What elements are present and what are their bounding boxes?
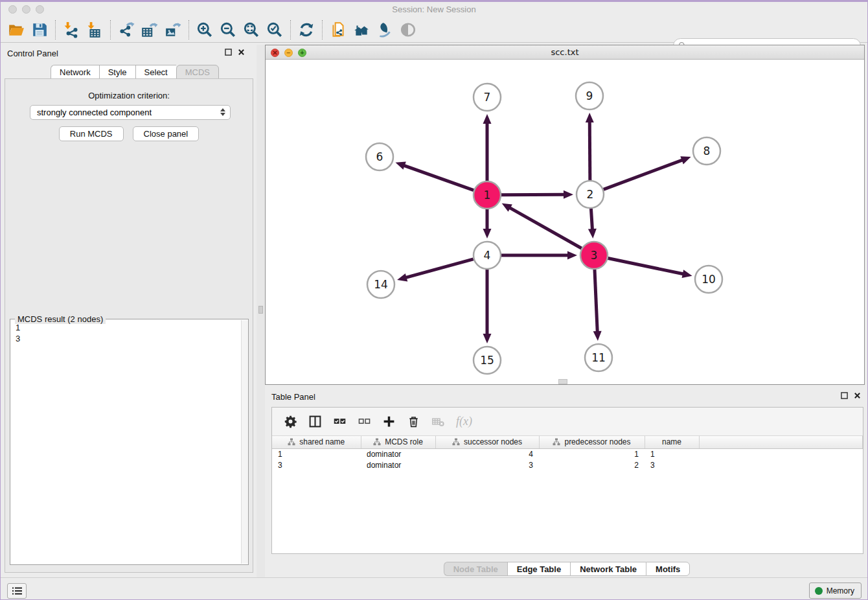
edge-4-14[interactable]: [405, 259, 474, 278]
task-list-icon: [12, 586, 23, 595]
table-cell[interactable]: 1: [539, 448, 645, 459]
table-row[interactable]: 1dominator411: [272, 448, 863, 459]
tab-style[interactable]: Style: [99, 65, 135, 79]
column-header-predecessor-nodes[interactable]: predecessor nodes: [539, 436, 645, 448]
graph-node-label: 11: [591, 351, 606, 364]
table-row[interactable]: 3dominator323: [272, 459, 863, 470]
graph-node-label: 9: [586, 89, 593, 102]
clone-network-icon[interactable]: [326, 19, 350, 40]
export-image-icon[interactable]: [161, 19, 185, 40]
zoom-in-icon[interactable]: [193, 19, 216, 40]
table-cell[interactable]: 4: [435, 448, 539, 459]
close-panel-icon[interactable]: [238, 49, 245, 56]
close-panel-button[interactable]: Close panel: [133, 126, 200, 141]
tab-motifs[interactable]: Motifs: [646, 562, 690, 576]
show-hide-icon[interactable]: [396, 19, 420, 40]
horizontal-splitter-grip-icon[interactable]: [558, 379, 567, 384]
column-header-name[interactable]: name: [645, 436, 699, 448]
edge-3-1[interactable]: [509, 207, 582, 248]
network-window-titlebar[interactable]: ✕ − + scc.txt: [266, 45, 864, 60]
mcds-panel: Optimization criterion: strongly connect…: [5, 78, 253, 573]
apply-style-icon[interactable]: [373, 19, 396, 40]
table-cell[interactable]: 3: [272, 459, 361, 470]
edge-3-10[interactable]: [608, 259, 684, 275]
zoom-selected-icon[interactable]: [263, 19, 286, 40]
function-builder-icon: f(x): [456, 415, 472, 428]
run-mcds-button[interactable]: Run MCDS: [59, 126, 124, 141]
add-column-icon[interactable]: [382, 415, 396, 428]
status-bar: Memory: [1, 577, 867, 600]
select-all-columns-icon[interactable]: [333, 415, 347, 428]
first-neighbors-icon[interactable]: [350, 19, 373, 40]
toolbar-separator: [322, 20, 323, 40]
export-table-icon[interactable]: [138, 19, 161, 40]
edge-arrowhead: [593, 331, 602, 341]
tab-network-table[interactable]: Network Table: [570, 562, 646, 576]
open-file-icon[interactable]: [5, 19, 28, 40]
memory-button[interactable]: Memory: [809, 583, 862, 599]
zoom-fit-icon[interactable]: [240, 19, 263, 40]
zoom-out-icon[interactable]: [216, 19, 240, 40]
network-canvas[interactable]: 1234678910111415: [266, 60, 864, 384]
splitter-grip-icon[interactable]: [258, 306, 263, 314]
optimization-criterion-label: Optimization criterion:: [5, 91, 253, 100]
close-table-panel-icon[interactable]: [854, 392, 861, 399]
export-network-icon[interactable]: [115, 19, 138, 40]
result-scrollbar[interactable]: [241, 320, 248, 564]
edge-arrowhead: [483, 229, 492, 238]
column-header-successor-nodes[interactable]: successor nodes: [435, 436, 539, 448]
network-window-title: scc.txt: [266, 47, 864, 57]
edge-2-8[interactable]: [604, 160, 683, 190]
tab-network[interactable]: Network: [51, 65, 99, 79]
tab-edge-table[interactable]: Edge Table: [507, 562, 570, 576]
vertical-splitter[interactable]: [257, 45, 265, 577]
edge-1-2[interactable]: [501, 194, 565, 195]
table-panel-title: Table Panel: [271, 392, 315, 402]
criterion-dropdown[interactable]: strongly connected component: [30, 105, 231, 120]
table-cell-filler: [699, 459, 863, 470]
edge-arrowhead: [483, 334, 492, 343]
edge-arrowhead: [397, 273, 407, 282]
table-cell-filler: [699, 448, 863, 459]
edge-2-9[interactable]: [589, 121, 590, 180]
network-graph[interactable]: 1234678910111415: [266, 60, 864, 384]
table-cell[interactable]: 1: [645, 448, 699, 459]
status-dialog-button[interactable]: [7, 583, 27, 599]
import-table-icon[interactable]: [83, 19, 106, 40]
tab-select[interactable]: Select: [135, 65, 176, 79]
float-table-panel-icon[interactable]: [841, 392, 848, 399]
delete-columns-icon[interactable]: [407, 415, 420, 428]
mcds-result-line: 3: [16, 333, 240, 344]
table-options-gear-icon[interactable]: [284, 415, 297, 428]
edge-arrowhead: [680, 156, 691, 164]
network-window: ✕ − + scc.txt 1234678910111415: [265, 45, 865, 385]
table-panel-header: Table Panel: [265, 388, 868, 405]
edge-3-11[interactable]: [595, 270, 597, 332]
toolbar-separator: [55, 20, 56, 40]
control-panel-header: Control Panel: [1, 45, 257, 62]
deselect-all-columns-icon[interactable]: [358, 415, 371, 428]
mcds-result-box: MCDS result (2 nodes) 13: [10, 319, 249, 565]
table-cell[interactable]: 2: [539, 459, 645, 470]
tab-mcds[interactable]: MCDS: [176, 65, 219, 79]
float-panel-icon[interactable]: [225, 49, 232, 56]
table-cell[interactable]: 3: [645, 459, 699, 470]
edge-2-3[interactable]: [591, 209, 592, 230]
apply-layout-icon[interactable]: [295, 19, 318, 40]
table-cell[interactable]: dominator: [361, 448, 435, 459]
table-cell[interactable]: 1: [272, 448, 361, 459]
tab-node-table[interactable]: Node Table: [444, 562, 507, 576]
table-cell[interactable]: dominator: [361, 459, 435, 470]
column-header-MCDS-role[interactable]: MCDS role: [361, 436, 435, 448]
edge-1-6[interactable]: [404, 165, 474, 190]
graph-node-label: 2: [587, 188, 594, 201]
import-network-icon[interactable]: [60, 19, 83, 40]
graph-node-label: 15: [480, 354, 494, 367]
mcds-result-list[interactable]: 13: [10, 322, 240, 564]
table-cell[interactable]: 3: [435, 459, 539, 470]
column-header-shared-name[interactable]: shared name: [272, 436, 361, 448]
split-panel-icon[interactable]: [308, 415, 322, 428]
main-toolbar: [1, 17, 867, 43]
graph-node-label: 10: [702, 273, 716, 286]
save-session-icon[interactable]: [28, 19, 51, 40]
